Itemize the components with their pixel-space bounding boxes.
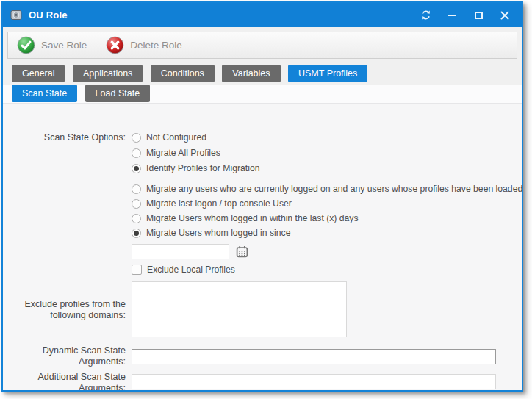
scan-state-options-label: Scan State Options: bbox=[9, 130, 132, 143]
toolbar: Save Role Delete Role bbox=[7, 32, 517, 59]
exclude-local-profiles-checkbox[interactable]: Exclude Local Profiles bbox=[132, 264, 522, 276]
radio-icon bbox=[132, 229, 141, 238]
calendar-icon[interactable] bbox=[234, 245, 249, 259]
delete-role-button[interactable]: Delete Role bbox=[106, 36, 182, 54]
radio-migrate-all-profiles[interactable]: Migrate All Profiles bbox=[132, 145, 516, 160]
radio-icon bbox=[132, 164, 141, 173]
minimize-icon[interactable] bbox=[441, 7, 463, 24]
check-circle-icon bbox=[17, 36, 35, 54]
tab-general[interactable]: General bbox=[12, 65, 65, 82]
radio-identify-profiles[interactable]: Identify Profiles for Migration bbox=[132, 161, 516, 176]
sub-tab-strip: Scan State Load State bbox=[3, 85, 522, 104]
radio-group-1: Not Configured Migrate All Profiles Iden… bbox=[132, 130, 516, 176]
exclude-domains-textarea[interactable] bbox=[132, 281, 347, 337]
main-tab-strip: General Applications Conditions Variable… bbox=[12, 65, 522, 82]
dynamic-args-label: Dynamic Scan State Arguments: bbox=[9, 345, 132, 367]
delete-role-label: Delete Role bbox=[130, 40, 182, 51]
window-controls bbox=[410, 7, 516, 24]
ou-role-window: OU Role bbox=[1, 1, 523, 392]
radio-icon bbox=[132, 148, 141, 158]
radio-icon bbox=[132, 214, 141, 223]
date-row bbox=[132, 244, 522, 259]
scan-state-panel: Scan State Options: Not Configured Migra… bbox=[3, 104, 522, 390]
save-role-button[interactable]: Save Role bbox=[17, 36, 87, 54]
close-icon[interactable] bbox=[494, 7, 516, 24]
save-role-label: Save Role bbox=[41, 40, 87, 51]
radio-not-configured[interactable]: Not Configured bbox=[132, 130, 516, 145]
tab-conditions[interactable]: Conditions bbox=[151, 65, 215, 82]
screen: OU Role bbox=[0, 0, 532, 399]
maximize-icon[interactable] bbox=[467, 7, 489, 24]
tab-usmt-profiles[interactable]: USMT Profiles bbox=[288, 65, 367, 82]
role-icon bbox=[10, 9, 23, 21]
tab-applications[interactable]: Applications bbox=[73, 65, 143, 82]
additional-args-input[interactable] bbox=[132, 374, 496, 389]
x-circle-icon bbox=[106, 36, 124, 54]
additional-args-label: Additional Scan State Arguments: bbox=[9, 372, 132, 390]
checkbox-icon bbox=[132, 265, 142, 275]
radio-migrate-last-logon[interactable]: Migrate last logon / top console User bbox=[132, 196, 522, 211]
radio-group-2: Migrate any users who are currently logg… bbox=[132, 181, 522, 276]
dynamic-args-input[interactable] bbox=[132, 349, 496, 364]
exclude-domains-label: Exclude profiles from the following doma… bbox=[9, 281, 132, 321]
logged-in-since-date-input[interactable] bbox=[132, 244, 229, 259]
radio-migrate-last-x-days[interactable]: Migrate Users whom logged in within the … bbox=[132, 211, 522, 226]
titlebar: OU Role bbox=[3, 3, 522, 27]
radio-icon bbox=[132, 184, 141, 194]
radio-icon bbox=[132, 199, 141, 209]
tab-variables[interactable]: Variables bbox=[222, 65, 280, 82]
radio-icon bbox=[132, 133, 141, 143]
radio-migrate-since[interactable]: Migrate Users whom logged in since bbox=[132, 226, 522, 240]
window-title: OU Role bbox=[29, 10, 68, 21]
refresh-icon[interactable] bbox=[414, 7, 436, 24]
radio-migrate-currently-logged-on[interactable]: Migrate any users who are currently logg… bbox=[132, 181, 522, 196]
tab-scan-state[interactable]: Scan State bbox=[12, 85, 77, 102]
tab-load-state[interactable]: Load State bbox=[85, 85, 150, 102]
